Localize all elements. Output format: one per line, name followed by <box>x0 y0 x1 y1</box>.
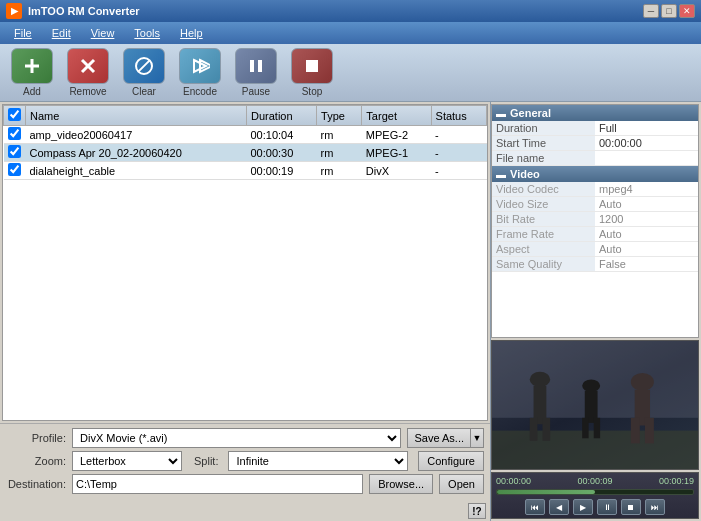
exclamation-button[interactable]: !? <box>468 503 486 519</box>
properties-panel: ▬ General DurationFullStart Time00:00:00… <box>491 104 699 338</box>
bottom-controls: Profile: DivX Movie (*.avi) Save As... ▼… <box>0 423 490 501</box>
general-properties: DurationFullStart Time00:00:00File name <box>492 121 698 166</box>
pause-icon <box>235 48 277 84</box>
remove-button[interactable]: Remove <box>62 48 114 97</box>
video-toggle[interactable]: ▬ <box>496 169 506 180</box>
row-type: rm <box>317 162 362 180</box>
prop-value: Auto <box>595 227 698 242</box>
row-target: DivX <box>362 162 431 180</box>
video-section-header[interactable]: ▬ Video <box>492 166 698 182</box>
row-checkbox[interactable] <box>8 127 21 140</box>
maximize-button[interactable]: □ <box>661 4 677 18</box>
progress-bar[interactable] <box>496 489 694 495</box>
property-row: AspectAuto <box>492 242 698 257</box>
video-title: Video <box>510 168 540 180</box>
menu-edit[interactable]: Edit <box>42 25 81 41</box>
prop-key: Video Size <box>492 197 595 212</box>
video-controls: 00:00:00 00:00:09 00:00:19 ⏮ ◀ ▶ ⏸ ⏹ ⏭ <box>491 472 699 519</box>
save-as-arrow-button[interactable]: ▼ <box>470 428 484 448</box>
stop-button[interactable]: Stop <box>286 48 338 97</box>
property-row: File name <box>492 151 698 166</box>
select-all-checkbox[interactable] <box>8 108 21 121</box>
row-target: MPEG-1 <box>362 144 431 162</box>
svg-point-22 <box>631 373 654 391</box>
file-list[interactable]: Name Duration Type Target Status amp_vid… <box>2 104 488 421</box>
menu-file[interactable]: File <box>4 25 42 41</box>
remove-label: Remove <box>69 86 106 97</box>
row-target: MPEG-2 <box>362 126 431 144</box>
destination-input[interactable] <box>72 474 363 494</box>
svg-rect-9 <box>258 60 262 72</box>
stop-video-button[interactable]: ⏹ <box>621 499 641 515</box>
minimize-button[interactable]: ─ <box>643 4 659 18</box>
svg-line-5 <box>138 60 149 71</box>
close-button[interactable]: ✕ <box>679 4 695 18</box>
rewind-button[interactable]: ⏮ <box>525 499 545 515</box>
menu-help[interactable]: Help <box>170 25 213 41</box>
clear-button[interactable]: Clear <box>118 48 170 97</box>
row-status: - <box>431 162 486 180</box>
prop-value: mpeg4 <box>595 182 698 197</box>
row-checkbox-cell <box>4 126 26 144</box>
destination-label: Destination: <box>6 478 66 490</box>
browse-button[interactable]: Browse... <box>369 474 433 494</box>
progress-fill <box>497 490 595 494</box>
split-select[interactable]: Infinite <box>228 451 408 471</box>
main-content: Add Remove Clear Encode Pause <box>0 44 701 521</box>
row-checkbox[interactable] <box>8 145 21 158</box>
svg-rect-25 <box>645 418 654 444</box>
zoom-select[interactable]: Letterbox <box>72 451 182 471</box>
general-section-header[interactable]: ▬ General <box>492 105 698 121</box>
window-title: ImTOO RM Converter <box>28 5 140 17</box>
configure-button[interactable]: Configure <box>418 451 484 471</box>
row-type: rm <box>317 144 362 162</box>
row-type: rm <box>317 126 362 144</box>
row-name: Compass Apr 20_02-20060420 <box>26 144 247 162</box>
stop-icon <box>291 48 333 84</box>
zoom-row: Zoom: Letterbox Split: Infinite Configur… <box>6 451 484 471</box>
menu-tools[interactable]: Tools <box>124 25 170 41</box>
row-duration: 00:10:04 <box>246 126 316 144</box>
pause-video-button[interactable]: ⏸ <box>597 499 617 515</box>
svg-rect-10 <box>306 60 318 72</box>
exclamation-area: !? <box>0 501 490 521</box>
time-mid: 00:00:09 <box>577 476 612 486</box>
prop-key: Start Time <box>492 136 595 151</box>
row-duration: 00:00:19 <box>246 162 316 180</box>
profile-row: Profile: DivX Movie (*.avi) Save As... ▼ <box>6 428 484 448</box>
prop-value: 00:00:00 <box>595 136 698 151</box>
save-as-button[interactable]: Save As... <box>407 428 470 448</box>
row-checkbox[interactable] <box>8 163 21 176</box>
table-row[interactable]: Compass Apr 20_02-20060420 00:00:30 rm M… <box>4 144 487 162</box>
encode-icon <box>179 48 221 84</box>
clear-label: Clear <box>132 86 156 97</box>
prev-button[interactable]: ◀ <box>549 499 569 515</box>
general-title: General <box>510 107 551 119</box>
property-row: Video Codecmpeg4 <box>492 182 698 197</box>
property-row: Frame RateAuto <box>492 227 698 242</box>
table-row[interactable]: dialaheight_cable 00:00:19 rm DivX - <box>4 162 487 180</box>
play-button[interactable]: ▶ <box>573 499 593 515</box>
general-toggle[interactable]: ▬ <box>496 108 506 119</box>
menu-view[interactable]: View <box>81 25 125 41</box>
app-icon: ▶ <box>6 3 22 19</box>
work-area: Name Duration Type Target Status amp_vid… <box>0 102 701 521</box>
encode-button[interactable]: Encode <box>174 48 226 97</box>
left-panel: Name Duration Type Target Status amp_vid… <box>0 102 491 521</box>
profile-select[interactable]: DivX Movie (*.avi) <box>72 428 401 448</box>
table-row[interactable]: amp_video20060417 00:10:04 rm MPEG-2 - <box>4 126 487 144</box>
destination-row: Destination: Browse... Open <box>6 474 484 494</box>
svg-rect-17 <box>543 418 551 441</box>
add-button[interactable]: Add <box>6 48 58 97</box>
row-name: dialaheight_cable <box>26 162 247 180</box>
forward-button[interactable]: ⏭ <box>645 499 665 515</box>
pause-button[interactable]: Pause <box>230 48 282 97</box>
prop-value: False <box>595 257 698 272</box>
right-panel: ▬ General DurationFullStart Time00:00:00… <box>491 102 701 521</box>
open-button[interactable]: Open <box>439 474 484 494</box>
menu-bar: File Edit View Tools Help <box>0 22 701 44</box>
property-row: DurationFull <box>492 121 698 136</box>
row-checkbox-cell <box>4 144 26 162</box>
row-duration: 00:00:30 <box>246 144 316 162</box>
row-name: amp_video20060417 <box>26 126 247 144</box>
